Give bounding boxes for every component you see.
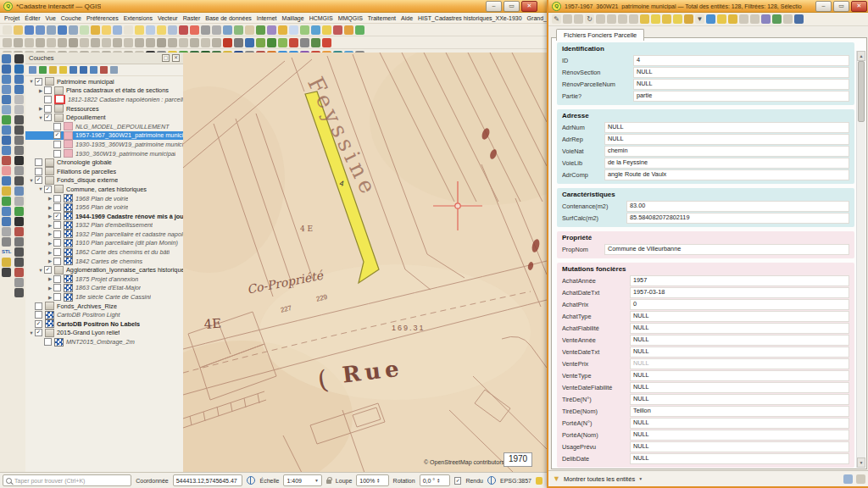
field-value-input[interactable]: chemin <box>604 146 849 157</box>
toolbar-icon[interactable] <box>3 38 12 47</box>
tree-expander-icon[interactable]: ▼ <box>37 186 44 191</box>
dock-tool-icon[interactable] <box>2 268 11 277</box>
dock-tool-icon[interactable] <box>14 186 24 196</box>
scrollbar-thumb[interactable] <box>858 61 865 122</box>
layer-visibility-checkbox[interactable] <box>53 221 61 229</box>
toolbar-icon[interactable] <box>256 38 265 47</box>
dock-tool-icon[interactable] <box>2 95 11 104</box>
dock-tool-icon[interactable] <box>14 176 24 186</box>
toolbar-icon[interactable] <box>58 38 67 47</box>
dock-tool-icon[interactable] <box>14 95 24 104</box>
layer-tree-item[interactable]: ▶1956 Plan de voirie <box>25 202 183 212</box>
layer-tree-item[interactable]: ▶✓1944-1969 Cadastre rénové mis à jour <box>25 212 183 221</box>
field-value-input[interactable]: NULL <box>630 382 849 393</box>
dock-tool-icon[interactable] <box>14 146 24 155</box>
toolbar-icon[interactable] <box>58 25 67 35</box>
attribute-toolbar-icon[interactable] <box>783 14 793 24</box>
toolbar-icon[interactable] <box>91 25 100 35</box>
toolbar-icon[interactable] <box>179 38 188 47</box>
field-value-input[interactable]: de la Feyssine <box>604 158 849 169</box>
layer-tree-item[interactable]: ▶1842 Cartes de chemins <box>25 257 183 266</box>
maximize-button[interactable]: ▭ <box>504 1 520 12</box>
tree-expander-icon[interactable]: ▼ <box>28 330 35 336</box>
attribute-toolbar-icon[interactable] <box>618 14 627 24</box>
menu-item[interactable]: Extensions <box>121 15 155 21</box>
menu-item[interactable]: Raster <box>181 15 203 21</box>
field-value-input[interactable]: partie <box>633 91 849 102</box>
toolbar-icon[interactable] <box>157 38 166 47</box>
map-canvas[interactable]: Feyssine44 ECo-Propriété2272294E169.31(R… <box>183 53 547 473</box>
dock-tool-icon[interactable] <box>14 217 24 226</box>
tree-expander-icon[interactable]: ▶ <box>47 241 53 246</box>
layers-toolbar-icon[interactable] <box>49 66 57 74</box>
toolbar-icon[interactable] <box>14 25 23 35</box>
toolbar-icon[interactable] <box>311 25 320 35</box>
toolbar-icon[interactable] <box>113 25 122 35</box>
layer-tree-item[interactable]: ▶Plans cadastraux et états de sections <box>25 86 183 96</box>
layer-tree-item[interactable]: ▼✓Patrimoine municipal <box>25 77 183 86</box>
dock-tool-icon[interactable] <box>14 247 24 257</box>
scroll-down-icon[interactable]: ▼ <box>857 458 865 468</box>
toolbar-icon[interactable] <box>223 25 232 35</box>
layer-visibility-checkbox[interactable] <box>53 258 61 265</box>
spinner-arrows-icon[interactable]: ▲▼ <box>376 478 380 484</box>
toolbar-icon[interactable] <box>146 25 155 35</box>
field-value-input[interactable]: NULL <box>604 134 849 145</box>
tree-expander-icon[interactable]: ▼ <box>28 178 35 183</box>
dock-tool-icon[interactable] <box>2 237 11 247</box>
dock-tool-icon[interactable] <box>2 186 11 196</box>
dock-tool-icon[interactable] <box>2 125 11 135</box>
toolbar-icon[interactable] <box>289 38 298 47</box>
layer-visibility-checkbox[interactable] <box>44 338 52 346</box>
dock-tool-icon[interactable] <box>2 156 11 165</box>
field-value-input[interactable]: 0 <box>630 299 849 310</box>
toolbar-icon[interactable] <box>322 25 331 35</box>
layer-visibility-checkbox[interactable] <box>53 239 61 247</box>
tab-fichiers-fonciers-parcelle[interactable]: Fichiers Fonciers Parcelle <box>556 29 644 41</box>
field-value-input[interactable]: NULL <box>630 347 849 358</box>
menu-item[interactable]: Préférences <box>84 15 121 21</box>
toolbar-icon[interactable] <box>190 25 199 35</box>
dock-tool-icon[interactable] <box>14 258 24 267</box>
attribute-toolbar-icon[interactable] <box>717 14 726 24</box>
dock-tool-icon[interactable] <box>2 207 11 216</box>
toolbar-icon[interactable] <box>212 38 221 47</box>
layer-tree-item[interactable]: ▼✓Fonds_disque externe <box>25 176 183 186</box>
dock-tool-icon[interactable] <box>2 197 11 206</box>
dock-tool-icon[interactable] <box>14 197 24 206</box>
coordinate-input[interactable]: 544413.12,5745645.47 <box>173 474 243 486</box>
toolbar-icon[interactable] <box>267 38 276 47</box>
magnifier-spinbox[interactable]: 100% ▲▼ <box>356 474 388 486</box>
layer-visibility-checkbox[interactable]: ✓ <box>53 213 61 220</box>
panel-dock-icon[interactable]: ▢ <box>162 54 170 62</box>
attribute-toolbar-icon[interactable]: ✎ <box>552 14 561 24</box>
attribute-toolbar-icon[interactable] <box>761 14 771 24</box>
toolbar-icon[interactable] <box>300 25 309 35</box>
layer-visibility-checkbox[interactable] <box>53 284 61 291</box>
field-value-input[interactable]: NULL <box>630 358 849 369</box>
layers-toolbar-icon[interactable] <box>39 66 47 74</box>
field-value-input[interactable]: NULL <box>630 418 849 429</box>
layer-visibility-checkbox[interactable]: ✓ <box>35 329 42 336</box>
layer-visibility-checkbox[interactable] <box>44 86 52 94</box>
toolbar-icon[interactable] <box>69 38 78 47</box>
toolbar-icon[interactable] <box>47 25 56 35</box>
form-view-icon[interactable] <box>856 474 865 484</box>
dock-tool-icon[interactable] <box>2 64 11 74</box>
crs-globe-icon[interactable] <box>487 476 496 485</box>
toolbar-icon[interactable] <box>212 25 221 35</box>
toolbar-icon[interactable] <box>80 25 89 35</box>
attribute-toolbar-icon[interactable] <box>563 14 572 24</box>
close-button[interactable]: ✕ <box>851 1 867 12</box>
tree-expander-icon[interactable]: ▶ <box>47 286 53 291</box>
dock-tool-icon[interactable] <box>14 54 24 64</box>
tree-expander-icon[interactable]: ▶ <box>47 205 53 210</box>
attribute-toolbar-icon[interactable] <box>662 14 671 24</box>
toolbar-icon[interactable] <box>311 38 320 47</box>
layer-visibility-checkbox[interactable]: ✓ <box>35 320 42 328</box>
tree-expander-icon[interactable]: ▼ <box>37 115 44 120</box>
attribute-toolbar-icon[interactable] <box>794 14 804 24</box>
scroll-up-icon[interactable]: ▲ <box>857 51 865 61</box>
toolbar-icon[interactable] <box>245 25 254 35</box>
spinner-arrows-icon[interactable]: ▲▼ <box>437 478 440 484</box>
